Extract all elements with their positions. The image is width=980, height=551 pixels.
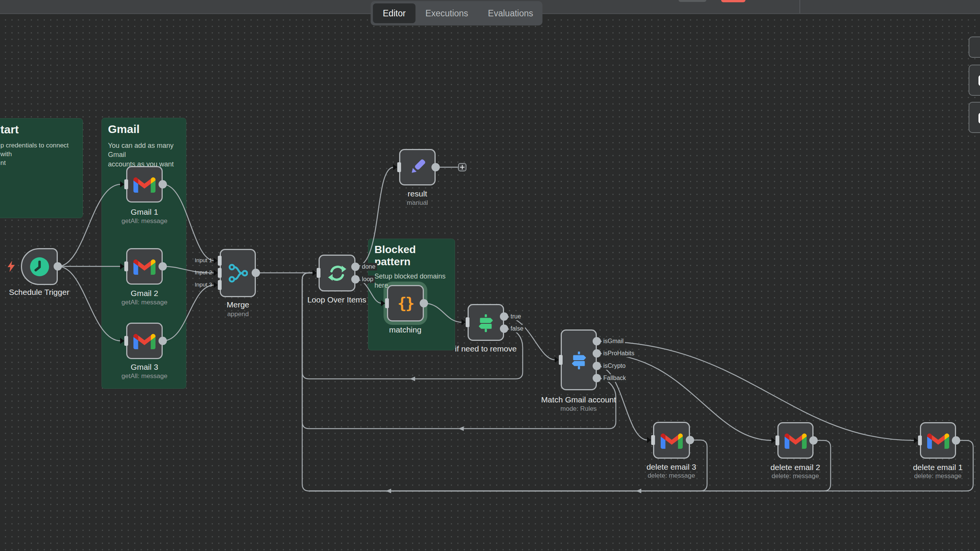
input-arrow-gmail1 <box>120 181 124 187</box>
node-delete-email-2[interactable] <box>777 422 813 459</box>
input-port-matching[interactable] <box>385 298 389 308</box>
node-if-need-to-remove[interactable] <box>468 304 504 341</box>
node-subtitle-gmail3: getAll: message <box>80 372 209 380</box>
input-port-merge-3[interactable] <box>218 280 222 290</box>
node-gmail-1[interactable] <box>126 166 163 203</box>
merge-icon <box>228 264 248 283</box>
canvas-panel-button-2[interactable] <box>969 65 980 96</box>
port-label-true: true <box>509 313 523 320</box>
output-port-delete2[interactable] <box>809 436 818 445</box>
input-arrow-gmail2 <box>120 264 124 270</box>
input-arrow-delete2 <box>771 437 775 443</box>
panel-button-glyph <box>978 75 980 86</box>
output-port-gmail3[interactable] <box>159 337 167 345</box>
canvas-panel-button-1[interactable] <box>969 37 980 58</box>
output-port-gmail2[interactable] <box>159 262 167 271</box>
merge-input-2-label: Input 2 <box>176 269 212 275</box>
node-label-result: result <box>353 189 482 198</box>
header-divider <box>799 0 800 13</box>
wire-schedule-gmail1[interactable] <box>58 184 121 267</box>
output-port-fallback[interactable] <box>593 374 601 382</box>
header-primary-button[interactable] <box>721 0 745 2</box>
input-port-delete3[interactable] <box>651 435 655 445</box>
node-loop-over-items[interactable] <box>318 255 355 291</box>
node-label-delete2: delete email 2 <box>731 463 860 472</box>
merge-input-1-label: Input 1 <box>176 257 212 264</box>
output-port-gmail1[interactable] <box>159 180 167 189</box>
node-subtitle-gmail1: getAll: message <box>80 218 209 225</box>
bolt-icon <box>8 261 15 272</box>
switch-icon-green <box>476 312 495 333</box>
input-arrow-delete1 <box>914 437 918 443</box>
output-port-isgmail[interactable] <box>593 337 601 345</box>
output-port-schedule[interactable] <box>54 262 62 271</box>
input-port-gmail1[interactable] <box>124 179 128 189</box>
output-port-delete1[interactable] <box>952 436 960 445</box>
node-label-gmail3: Gmail 3 <box>80 362 209 372</box>
node-merge[interactable] <box>220 249 256 297</box>
input-port-delete2[interactable] <box>775 435 779 445</box>
port-label-false: false <box>509 325 525 332</box>
output-port-loop-loop[interactable] <box>351 275 360 283</box>
node-delete-email-3[interactable] <box>653 422 690 459</box>
output-port-if-false[interactable] <box>500 324 508 333</box>
node-label-match: Match Gmail account <box>514 395 643 404</box>
node-label-matching: matching <box>340 325 470 334</box>
input-port-result[interactable] <box>397 162 401 172</box>
output-port-result[interactable] <box>431 163 440 171</box>
node-label-gmail2: Gmail 2 <box>80 289 209 298</box>
node-label-if: if need to remove <box>421 344 550 353</box>
port-label-done: done <box>360 263 377 271</box>
node-schedule-trigger[interactable] <box>21 248 58 285</box>
add-node-plus-button[interactable] <box>458 163 466 171</box>
wire-direction-arrow <box>386 489 391 493</box>
tab-executions[interactable]: Executions <box>415 3 478 23</box>
gmail-icon <box>927 432 949 449</box>
output-port-iscrypto[interactable] <box>593 362 601 370</box>
node-subtitle-merge: append <box>173 310 302 318</box>
output-port-matching[interactable] <box>420 299 428 307</box>
node-gmail-2[interactable] <box>126 248 163 284</box>
wire-loop-done-result[interactable] <box>355 167 394 267</box>
gmail-icon <box>784 432 807 449</box>
input-arrow-merge-2 <box>214 270 218 276</box>
input-port-if[interactable] <box>466 317 469 327</box>
port-label-iscrypto: isCrypto <box>602 362 627 370</box>
output-port-if-true[interactable] <box>500 312 508 321</box>
wire-direction-arrow <box>636 489 641 493</box>
node-match-gmail-account[interactable] <box>561 329 597 390</box>
tab-evaluations[interactable]: Evaluations <box>478 3 543 23</box>
input-port-gmail3[interactable] <box>124 336 128 346</box>
canvas-panel-button-3[interactable] <box>969 102 980 133</box>
input-port-gmail2[interactable] <box>124 262 128 272</box>
loop-icon <box>327 264 347 283</box>
wire-isgmail-delete1[interactable] <box>597 341 915 440</box>
output-port-merge[interactable] <box>251 269 260 277</box>
node-subtitle-delete2: delete: message <box>731 472 860 480</box>
gmail-icon <box>661 432 683 449</box>
panel-button-glyph <box>978 113 980 124</box>
tab-editor[interactable]: Editor <box>373 3 415 23</box>
input-port-merge-1[interactable] <box>218 256 222 266</box>
input-port-delete1[interactable] <box>918 435 922 445</box>
input-arrow-delete3 <box>647 437 651 443</box>
output-port-delete3[interactable] <box>686 436 694 444</box>
clock-icon <box>30 257 49 276</box>
output-port-loop-done[interactable] <box>351 263 360 271</box>
wire-matching-if[interactable] <box>424 303 462 322</box>
input-port-match[interactable] <box>559 355 563 365</box>
header-secondary-button[interactable] <box>679 0 706 2</box>
gmail-icon <box>134 332 156 349</box>
wire-delete3-loopback[interactable] <box>302 273 707 491</box>
gmail-icon <box>134 258 156 275</box>
input-arrow-merge-3 <box>214 282 218 288</box>
node-gmail-3[interactable] <box>126 322 163 359</box>
output-port-isprohabits[interactable] <box>593 349 601 357</box>
pencil-icon <box>407 157 427 177</box>
input-arrow-result <box>393 164 397 170</box>
input-port-merge-2[interactable] <box>218 268 222 278</box>
node-result[interactable] <box>399 149 436 186</box>
node-delete-email-1[interactable] <box>920 422 956 459</box>
input-port-loop[interactable] <box>317 268 320 278</box>
input-arrow-merge-1 <box>214 258 218 264</box>
